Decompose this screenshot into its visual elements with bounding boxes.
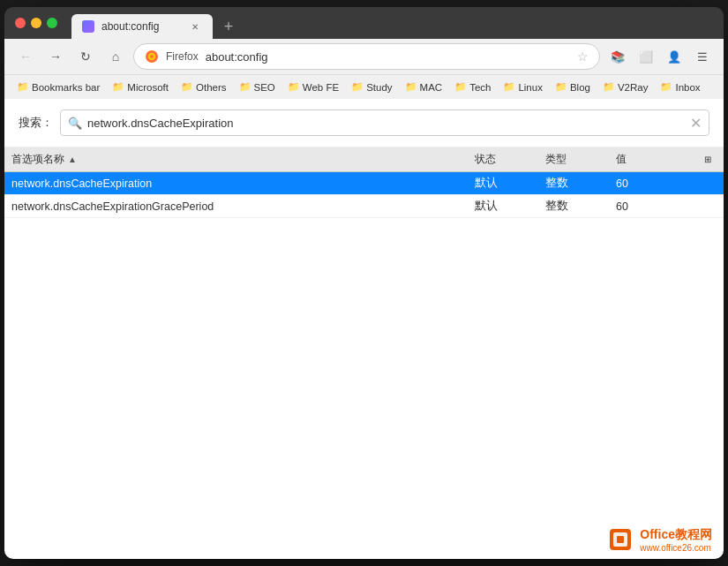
home-button[interactable]: ⌂ <box>103 44 128 69</box>
table-header: 首选项名称 ▲ 状态 类型 值 ⊞ <box>4 147 724 172</box>
bookmark-blog[interactable]: 📁 Blog <box>550 79 596 94</box>
maximize-button[interactable] <box>47 18 57 28</box>
bookmark-tech[interactable]: 📁 Tech <box>449 79 496 94</box>
th-type: 类型 <box>538 152 609 167</box>
sync-icon[interactable]: ⬜ <box>634 44 658 69</box>
bookmark-label: Microsoft <box>127 82 169 93</box>
folder-icon: 📁 <box>181 81 193 93</box>
watermark: Office教程网 www.office26.com <box>606 525 712 554</box>
new-tab-button[interactable]: + <box>216 14 241 39</box>
folder-icon: 📁 <box>17 81 29 93</box>
bookmark-label: SEO <box>254 82 275 93</box>
tab-close-button[interactable]: ✕ <box>188 19 202 34</box>
office-logo-icon <box>606 525 634 554</box>
bookmark-inbox[interactable]: 📁 Inbox <box>655 79 705 94</box>
th-name: 首选项名称 ▲ <box>4 152 468 167</box>
folder-icon: 📁 <box>454 81 467 93</box>
search-input[interactable] <box>87 117 685 130</box>
bookmark-label: Web FE <box>303 82 339 93</box>
firefox-label: Firefox <box>166 50 199 63</box>
address-bar[interactable]: Firefox about:config ☆ <box>133 43 600 70</box>
bookmark-label: Bookmarks bar <box>32 82 100 93</box>
folder-icon: 📁 <box>112 81 124 93</box>
search-label: 搜索： <box>19 115 53 131</box>
table-row[interactable]: network.dnsCacheExpirationGracePeriod 默认… <box>4 195 724 218</box>
th-status: 状态 <box>468 152 538 167</box>
td-status: 默认 <box>468 199 538 214</box>
table-row[interactable]: network.dnsCacheExpiration 默认 整数 60 <box>4 172 724 195</box>
back-button[interactable]: ← <box>13 44 38 69</box>
td-type: 整数 <box>538 176 609 191</box>
search-magnify-icon: 🔍 <box>68 117 82 130</box>
bookmark-seo[interactable]: 📁 SEO <box>234 79 281 94</box>
search-input-wrap[interactable]: 🔍 ✕ <box>60 109 709 136</box>
folder-icon: 📁 <box>660 81 672 93</box>
th-value: 值 <box>609 152 697 167</box>
svg-point-2 <box>150 55 154 58</box>
close-button[interactable] <box>15 18 26 28</box>
tab-favicon <box>82 20 94 33</box>
browser-window: about:config ✕ + ← → ↻ ⌂ Firefox about:c… <box>4 7 724 559</box>
watermark-line2: www.office26.com <box>640 543 712 553</box>
watermark-line1: Office教程网 <box>640 527 712 543</box>
bookmark-label: Tech <box>469 82 491 93</box>
library-icon[interactable]: 📚 <box>605 44 630 69</box>
nav-bar: ← → ↻ ⌂ Firefox about:config ☆ 📚 ⬜ 👤 ☰ <box>4 39 724 74</box>
bookmark-star-icon[interactable]: ☆ <box>577 49 589 64</box>
th-action: ⊞ <box>697 155 724 164</box>
body-wrapper: about:config ✕ + ← → ↻ ⌂ Firefox about:c… <box>0 0 728 566</box>
reload-button[interactable]: ↻ <box>73 44 98 69</box>
bookmark-microsoft[interactable]: 📁 Microsoft <box>107 79 174 94</box>
watermark-text: Office教程网 www.office26.com <box>640 527 712 553</box>
firefox-icon <box>145 49 159 64</box>
bookmark-label: V2Ray <box>618 82 649 93</box>
menu-icon[interactable]: ☰ <box>690 44 715 69</box>
tab-title: about:config <box>101 20 181 33</box>
active-tab[interactable]: about:config ✕ <box>71 14 213 39</box>
folder-icon: 📁 <box>239 81 251 93</box>
folder-icon: 📁 <box>351 81 364 93</box>
nav-icons-right: 📚 ⬜ 👤 ☰ <box>605 44 715 69</box>
bookmark-study[interactable]: 📁 Study <box>346 79 397 94</box>
address-text: about:config <box>206 50 570 64</box>
folder-icon: 📁 <box>603 81 615 93</box>
folder-icon: 📁 <box>405 81 417 93</box>
sort-arrow-icon[interactable]: ▲ <box>68 155 77 164</box>
folder-icon: 📁 <box>555 81 567 93</box>
svg-rect-5 <box>617 536 624 543</box>
td-type: 整数 <box>538 199 609 214</box>
bookmark-bookmarks-bar[interactable]: 📁 Bookmarks bar <box>11 79 105 94</box>
forward-button[interactable]: → <box>43 44 68 69</box>
folder-icon: 📁 <box>503 81 515 93</box>
bookmark-v2ray[interactable]: 📁 V2Ray <box>597 79 654 94</box>
search-clear-button[interactable]: ✕ <box>690 115 702 132</box>
bookmark-label: Linux <box>518 82 543 93</box>
account-icon[interactable]: 👤 <box>662 44 687 69</box>
traffic-lights <box>15 18 57 28</box>
bookmark-label: Others <box>196 82 227 93</box>
bookmark-label: Blog <box>570 82 590 93</box>
bookmark-label: MAC <box>420 82 443 93</box>
folder-icon: 📁 <box>288 81 300 93</box>
bookmark-label: Inbox <box>675 82 700 93</box>
title-bar: about:config ✕ + <box>4 7 724 39</box>
td-status: 默认 <box>468 176 538 191</box>
minimize-button[interactable] <box>31 18 41 28</box>
bookmark-label: Study <box>366 82 392 93</box>
td-name: network.dnsCacheExpiration <box>4 177 468 190</box>
td-name: network.dnsCacheExpirationGracePeriod <box>4 200 468 213</box>
tab-area: about:config ✕ + <box>71 7 713 39</box>
bookmark-webfe[interactable]: 📁 Web FE <box>282 79 344 94</box>
bookmark-mac[interactable]: 📁 MAC <box>400 79 448 94</box>
td-value: 60 <box>609 177 697 190</box>
pref-table: 首选项名称 ▲ 状态 类型 值 ⊞ <box>4 147 724 559</box>
bookmarks-bar: 📁 Bookmarks bar 📁 Microsoft 📁 Others 📁 S… <box>4 74 724 99</box>
bookmark-linux[interactable]: 📁 Linux <box>498 79 548 94</box>
search-bar: 搜索： 🔍 ✕ <box>4 99 724 147</box>
td-value: 60 <box>609 200 697 213</box>
content-area: 搜索： 🔍 ✕ 首选项名称 ▲ 状态 <box>4 99 724 559</box>
bookmark-others[interactable]: 📁 Others <box>176 79 232 94</box>
